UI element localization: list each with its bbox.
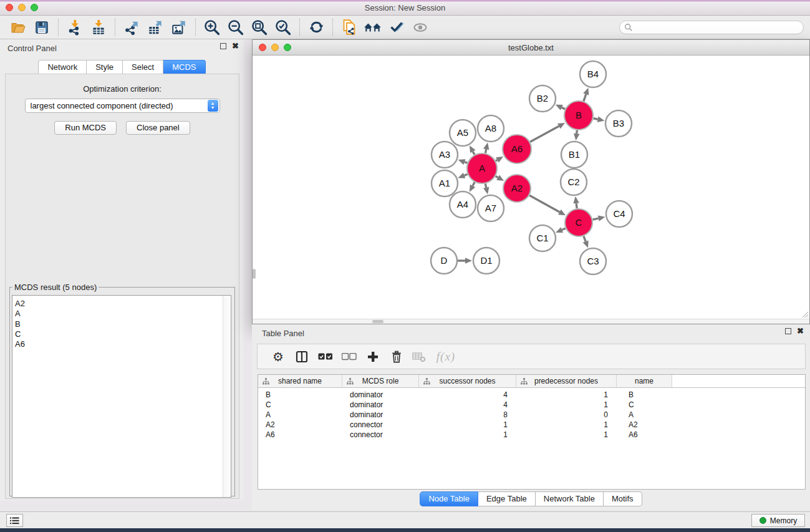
- network-graph: AA6A2BCA1A3A4A5A7A8B1B2B3B4C1C2C3C4DD1: [253, 56, 809, 319]
- graph-edge-C-C2[interactable]: [576, 203, 577, 208]
- zoom-fit-button[interactable]: [248, 17, 271, 37]
- show-hide-button[interactable]: [408, 17, 432, 37]
- table-row[interactable]: A2connector11A2: [258, 420, 805, 430]
- open-session-button[interactable]: [6, 17, 30, 37]
- criterion-select[interactable]: largest connected component (directed) ▲…: [25, 99, 220, 113]
- zoom-in-button[interactable]: [200, 17, 224, 37]
- table-row[interactable]: A6connector11A6: [258, 430, 805, 440]
- delete-table-button[interactable]: [408, 346, 430, 367]
- home-layout-button[interactable]: [361, 17, 385, 37]
- table-row[interactable]: Bdominator41B: [258, 390, 805, 400]
- export-network-button[interactable]: [120, 17, 143, 37]
- close-panel-icon[interactable]: ✖: [232, 43, 239, 49]
- delete-column-button[interactable]: [385, 346, 408, 367]
- graph-edge-B-B2[interactable]: [562, 107, 565, 109]
- table-cell: 1: [419, 420, 516, 429]
- graph-edge-A6-B[interactable]: [530, 126, 559, 142]
- graph-edge-A-A7[interactable]: [485, 183, 486, 187]
- run-mcds-button[interactable]: Run MCDS: [54, 121, 117, 135]
- resize-grip-icon[interactable]: [801, 311, 809, 318]
- export-image-button[interactable]: [167, 17, 191, 37]
- column-type-icon: [347, 378, 354, 385]
- criterion-selected-value: largest connected component (directed): [26, 101, 208, 110]
- mcds-result-item[interactable]: A6: [15, 339, 231, 349]
- network-hscroll-thumb[interactable]: [372, 320, 383, 323]
- table-settings-button[interactable]: ⚙: [266, 346, 290, 367]
- zoom-selected-button[interactable]: [271, 17, 295, 37]
- column-header-successor-nodes[interactable]: successor nodes: [419, 375, 516, 387]
- column-header-name[interactable]: name: [617, 375, 672, 387]
- graph-edge-C-C3[interactable]: [584, 236, 586, 242]
- table-cell: 1: [516, 400, 617, 409]
- graph-edge-B-B1[interactable]: [577, 130, 577, 133]
- save-session-button[interactable]: [30, 17, 54, 37]
- list-icon: [10, 517, 19, 525]
- column-type-icon: [263, 378, 269, 385]
- tab-style[interactable]: Style: [87, 60, 123, 75]
- column-header-MCDS-role[interactable]: MCDS role: [342, 375, 419, 387]
- import-network-button[interactable]: [63, 17, 87, 37]
- zoom-out-button[interactable]: [224, 17, 248, 37]
- graph-edge-A-A4[interactable]: [473, 182, 475, 186]
- tab-edge-table[interactable]: Edge Table: [478, 491, 536, 506]
- graph-edge-A2-C[interactable]: [529, 195, 559, 212]
- import-table-button[interactable]: [87, 17, 110, 37]
- graph-edge-A-A5[interactable]: [473, 152, 475, 155]
- graph-edge-A-A8[interactable]: [485, 149, 486, 153]
- import-table-icon: [90, 19, 107, 36]
- tab-network-table[interactable]: Network Table: [536, 491, 604, 506]
- add-column-button[interactable]: [361, 346, 385, 367]
- graph-edge-A-A1[interactable]: [465, 174, 468, 175]
- table-cell: dominator: [342, 410, 419, 419]
- graph-edge-A-A6[interactable]: [496, 160, 498, 160]
- mcds-result-item[interactable]: A: [15, 309, 231, 319]
- delete-table-icon: [412, 351, 426, 362]
- function-builder-button[interactable]: f(x): [430, 346, 462, 367]
- close-panel-button[interactable]: Close panel: [126, 121, 190, 135]
- column-header-predecessor-nodes[interactable]: predecessor nodes: [516, 375, 617, 387]
- mcds-result-item[interactable]: B: [15, 319, 231, 329]
- graph-edge-A-A3[interactable]: [465, 162, 468, 163]
- tab-mcds[interactable]: MCDS: [163, 60, 205, 75]
- mcds-result-item[interactable]: A2: [15, 299, 231, 309]
- network-vertical-scrollbar[interactable]: [253, 269, 256, 279]
- network-horizontal-scrollbar[interactable]: [253, 319, 809, 324]
- mcds-result-item[interactable]: C: [15, 329, 231, 339]
- tab-network[interactable]: Network: [38, 60, 87, 75]
- validate-button[interactable]: [385, 17, 408, 37]
- tab-motifs[interactable]: Motifs: [604, 491, 642, 506]
- network-canvas[interactable]: AA6A2BCA1A3A4A5A7A8B1B2B3B4C1C2C3C4DD1: [253, 56, 809, 319]
- open-folder-icon: [10, 20, 26, 35]
- node-label-B4: B4: [587, 69, 599, 79]
- float-panel-icon[interactable]: [220, 43, 226, 49]
- table-row[interactable]: Adominator80A: [258, 410, 805, 420]
- tab-node-table[interactable]: Node Table: [420, 491, 478, 506]
- table-cell: 1: [419, 430, 516, 439]
- zoom-out-icon: [227, 19, 244, 36]
- column-type-icon: [423, 378, 430, 385]
- mcds-result-list[interactable]: A2ABCA6: [12, 295, 231, 498]
- graph-edge-C-C4[interactable]: [592, 218, 598, 220]
- select-all-columns-button[interactable]: [314, 346, 337, 367]
- show-column-button[interactable]: [290, 346, 314, 367]
- graph-edge-A-A2[interactable]: [496, 176, 498, 177]
- close-table-panel-icon[interactable]: ✖: [797, 328, 804, 334]
- refresh-button[interactable]: [304, 17, 328, 37]
- memory-button[interactable]: Memory: [751, 514, 805, 527]
- deselect-all-columns-button[interactable]: [337, 346, 361, 367]
- export-table-button[interactable]: [143, 17, 167, 37]
- toolbar-separator: [299, 19, 300, 36]
- result-scrollbar[interactable]: [223, 296, 231, 497]
- column-header-shared-name[interactable]: shared name: [258, 375, 342, 387]
- table-row[interactable]: Cdominator41C: [258, 400, 805, 410]
- graph-edge-C-C1[interactable]: [562, 228, 566, 230]
- search-input[interactable]: [633, 23, 803, 32]
- graph-edge-B-B4[interactable]: [584, 94, 586, 101]
- tab-select[interactable]: Select: [123, 60, 163, 75]
- graph-edge-B-B3[interactable]: [594, 118, 598, 119]
- table-cell: connector: [342, 420, 419, 429]
- float-table-panel-icon[interactable]: [785, 328, 791, 334]
- task-history-button[interactable]: [6, 514, 23, 527]
- search-field[interactable]: [619, 21, 804, 34]
- new-network-from-selection-button[interactable]: [337, 17, 361, 37]
